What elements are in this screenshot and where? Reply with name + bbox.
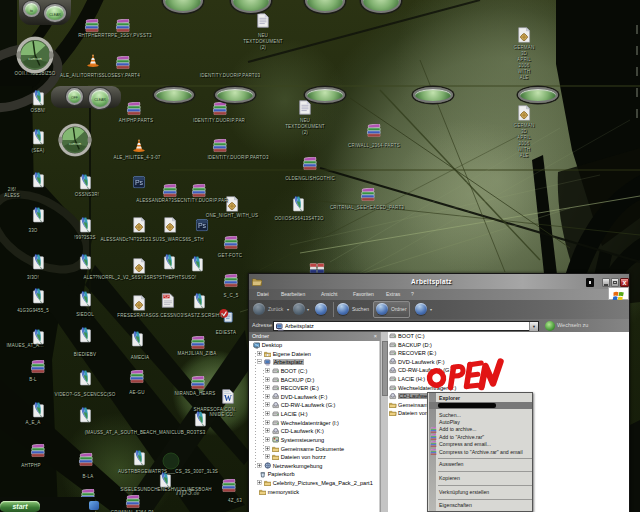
svg-text:PDF: PDF [163,295,169,299]
svg-text:Ps: Ps [135,179,144,186]
svg-text:CURSOR: CURSOR [28,57,42,61]
svg-text:Ps: Ps [198,222,207,229]
svg-text:W: W [224,394,232,403]
svg-text:CURSOR: CURSOR [69,142,81,146]
